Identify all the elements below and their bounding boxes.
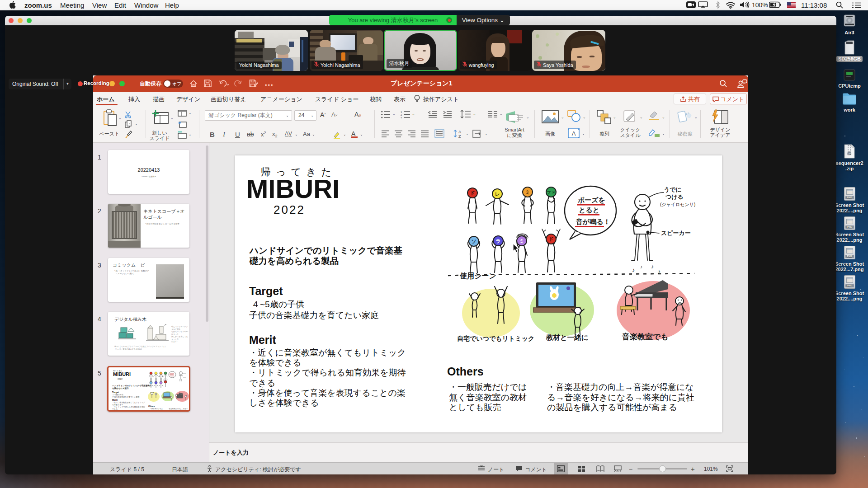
svg-text:♪: ♪ [657,267,661,275]
svg-text:音が鳴る！: 音が鳴る！ [576,218,610,225]
svg-text:Z: Z [458,134,461,138]
svg-text:ソ: ソ [471,239,476,244]
svg-text:♪: ♪ [632,267,635,273]
svg-text:1: 1 [401,111,402,113]
svg-text:ポーズを: ポーズを [578,196,605,204]
svg-text:ド: ド [470,190,475,196]
svg-text:2: 2 [401,113,402,116]
svg-text:ZIP: ZIP [848,153,851,155]
svg-text:A: A [458,130,461,134]
svg-text:ド: ド [548,236,553,242]
svg-text:♪: ♪ [651,263,654,270]
svg-text:とると: とると [579,206,599,214]
svg-text:3: 3 [401,117,402,119]
svg-text:ミ: ミ [525,189,530,195]
svg-text:ファ: ファ [547,190,555,195]
svg-text:スピーカー: スピーカー [661,230,691,236]
svg-text:教材と一緒に: 教材と一緒に [546,333,589,341]
svg-text:音楽教室でも: 音楽教室でも [622,332,669,341]
svg-text:うでに: うでに [664,186,682,193]
svg-text:レ: レ [495,191,500,197]
svg-text:♪: ♪ [640,264,642,269]
svg-text:A: A [572,130,576,137]
svg-text:つける: つける [665,193,684,200]
svg-text:ミ: ミ [519,238,524,244]
svg-text:自宅でいつでもリトミック: 自宅でいつでもリトミック [457,335,534,342]
svg-text:使用シーン: 使用シーン [459,272,496,280]
svg-text:(ジャイロセンサ): (ジャイロセンサ) [660,202,695,207]
svg-text:ラ: ラ [495,238,500,244]
